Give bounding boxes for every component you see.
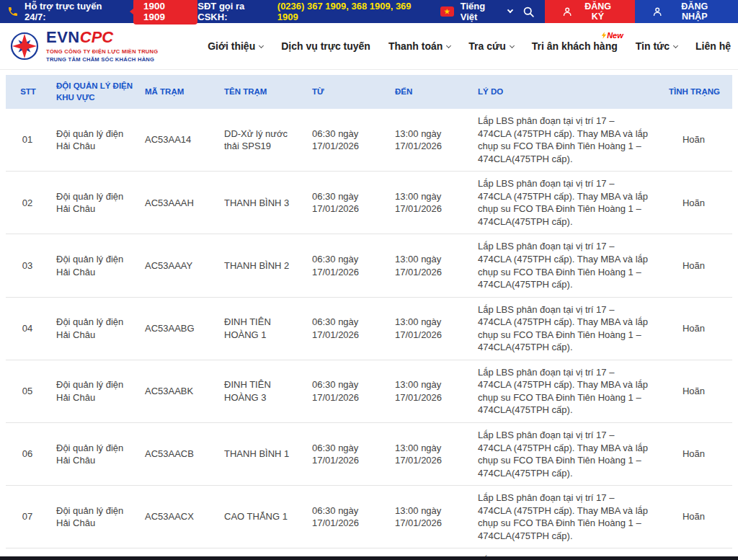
- cell-tinh_trang: Hoãn: [657, 297, 732, 360]
- chevron-down-icon: [446, 43, 451, 48]
- cell-tinh_trang: Hoãn: [657, 486, 732, 548]
- cell-ten_tram: ĐINH TIÊN HOÀNG 3: [218, 360, 306, 422]
- cell-ten_tram: THANH BÌNH 2: [218, 234, 306, 297]
- cell-tu: 06:30 ngày 17/01/2026: [306, 422, 389, 485]
- brand-tagline-1: TỔNG CÔNG TY ĐIỆN LỰC MIỀN TRUNG: [46, 48, 159, 55]
- register-button[interactable]: ĐĂNG KÝ: [545, 0, 636, 23]
- cell-tinh_trang: Hoãn: [657, 422, 732, 485]
- logo-evn: EVN: [46, 30, 80, 45]
- cell-ten_tram: THANH BÌNH 1: [218, 422, 306, 485]
- topbar-support: Hỗ trợ trực tuyến 24/7: 1900 1909: [0, 0, 197, 23]
- language-selector[interactable]: Tiếng Việt: [461, 0, 512, 23]
- cskh-phone-numbers: SĐT gọi ra CSKH: (0236) 367 1909, 368 19…: [197, 0, 428, 23]
- cskh-label: SĐT gọi ra CSKH:: [197, 1, 274, 22]
- cell-ten_tram: ĐINH TIÊN HOÀNG 1: [218, 297, 306, 360]
- cell-den: 13:00 ngày 17/01/2026: [389, 172, 472, 234]
- evn-logo-icon: [10, 32, 39, 61]
- cell-ma_tram: AC53AAAY: [139, 234, 218, 297]
- cell-stt: 05: [6, 360, 50, 422]
- cell-tu: 06:30 ngày 17/01/2026: [306, 297, 389, 360]
- chevron-down-icon: [507, 7, 512, 13]
- cell-den: 13:00 ngày 17/01/2026: [389, 486, 472, 548]
- table-row: 02Đội quản lý điện Hải ChâuAC53AAAHTHANH…: [6, 172, 732, 234]
- nav-lien-he[interactable]: Liên hệ: [695, 40, 731, 52]
- new-lightning-icon: [601, 32, 607, 39]
- nav-label: Giới thiệu: [208, 40, 255, 52]
- language-label: Tiếng Việt: [461, 1, 503, 22]
- table-row: 06Đội quản lý điện Hải ChâuAC53AACBTHANH…: [6, 422, 732, 485]
- cell-tinh_trang: Hoãn: [657, 109, 732, 172]
- cell-doi: Đội quản lý điện Hải Châu: [50, 422, 139, 485]
- cell-tu: 06:30 ngày 17/01/2026: [306, 172, 389, 234]
- cskh-numbers: (0236) 367 1909, 368 1909, 369 1909: [277, 1, 429, 22]
- cell-ma_tram: AC53AABG: [139, 297, 218, 360]
- table-header-row: STT ĐỘI QUẢN LÝ ĐIỆN KHU VỰC MÃ TRẠM TÊN…: [6, 75, 732, 109]
- cell-stt: 01: [6, 109, 50, 172]
- cell-doi: Đội quản lý điện Hải Châu: [50, 109, 139, 172]
- col-ten-tram: TÊN TRẠM: [218, 75, 306, 109]
- chevron-down-icon: [510, 43, 515, 48]
- search-icon[interactable]: [523, 0, 535, 23]
- table-row: 03Đội quản lý điện Hải ChâuAC53AAAYTHANH…: [6, 234, 732, 297]
- cell-tinh_trang: Hoãn: [657, 234, 732, 297]
- brand-text: EVN CPC TỔNG CÔNG TY ĐIỆN LỰC MIỀN TRUNG…: [46, 30, 159, 63]
- cell-ten_tram: DD-Xử lý nước thải SPS19: [218, 109, 306, 172]
- support-label: Hỗ trợ trực tuyến 24/7:: [25, 1, 122, 22]
- nav-gioi-thieu[interactable]: Giới thiệu: [208, 40, 263, 52]
- cell-tinh_trang: Hoãn: [657, 172, 732, 234]
- nav-tin-tuc[interactable]: Tin tức: [636, 40, 677, 52]
- cell-ten_tram: THANH BÌNH 3: [218, 172, 306, 234]
- bottom-bar: [0, 556, 738, 560]
- nav-tri-an-khach-hang[interactable]: Tri ân khách hàng New: [532, 40, 618, 52]
- cell-tu: 06:30 ngày 17/01/2026: [306, 486, 389, 548]
- user-icon: [562, 6, 572, 17]
- login-button[interactable]: ĐĂNG NHẬP: [635, 0, 738, 23]
- cell-tinh_trang: Hoãn: [657, 360, 732, 422]
- topbar: Hỗ trợ trực tuyến 24/7: 1900 1909 SĐT gọ…: [0, 0, 738, 23]
- nav-label: Tri ân khách hàng: [532, 40, 618, 52]
- nav-dich-vu-truc-tuyen[interactable]: Dịch vụ trực tuyến: [281, 40, 370, 52]
- nav-label: Tra cứu: [468, 40, 505, 52]
- cell-ma_tram: AC53AACX: [139, 486, 218, 548]
- col-ly-do: LÝ DO: [472, 75, 657, 109]
- outage-table: STT ĐỘI QUẢN LÝ ĐIỆN KHU VỰC MÃ TRẠM TÊN…: [6, 75, 732, 560]
- hotline-badge[interactable]: 1900 1909: [133, 0, 197, 25]
- login-label: ĐĂNG NHẬP: [669, 1, 721, 22]
- outage-table-body: 01Đội quản lý điện Hải ChâuAC53AA14DD-Xử…: [6, 109, 732, 560]
- cell-ly_do: Lắp LBS phân đoạn tại vị trí 17 – 474CLA…: [472, 360, 657, 422]
- cell-tu: 06:30 ngày 17/01/2026: [306, 360, 389, 422]
- cell-den: 13:00 ngày 17/01/2026: [389, 297, 472, 360]
- col-tinh-trang: TÌNH TRẠNG: [657, 75, 732, 109]
- cell-den: 13:00 ngày 17/01/2026: [389, 360, 472, 422]
- nav-tra-cuu[interactable]: Tra cứu: [468, 40, 513, 52]
- user-icon: [652, 6, 662, 17]
- new-badge: New: [601, 31, 623, 40]
- cell-stt: 03: [6, 234, 50, 297]
- col-stt: STT: [6, 75, 50, 109]
- logo-cpc: CPC: [80, 30, 113, 45]
- chevron-down-icon: [673, 43, 678, 48]
- cell-tu: 06:30 ngày 17/01/2026: [306, 234, 389, 297]
- nav-label: Liên hệ: [695, 40, 731, 52]
- outage-table-wrap: STT ĐỘI QUẢN LÝ ĐIỆN KHU VỰC MÃ TRẠM TÊN…: [6, 75, 732, 560]
- cell-tu: 06:30 ngày 17/01/2026: [306, 109, 389, 172]
- cell-doi: Đội quản lý điện Hải Châu: [50, 172, 139, 234]
- col-doi-quan-ly: ĐỘI QUẢN LÝ ĐIỆN KHU VỰC: [50, 75, 139, 109]
- cell-ly_do: Lắp LBS phân đoạn tại vị trí 17 – 474CLA…: [472, 486, 657, 548]
- nav-thanh-toan[interactable]: Thanh toán: [388, 40, 450, 52]
- cell-den: 13:00 ngày 17/01/2026: [389, 109, 472, 172]
- main-nav: Giới thiệu Dịch vụ trực tuyến Thanh toán…: [208, 40, 731, 52]
- topbar-actions: SĐT gọi ra CSKH: (0236) 367 1909, 368 19…: [197, 0, 738, 23]
- cell-ly_do: Lắp LBS phân đoạn tại vị trí 17 – 474CLA…: [472, 297, 657, 360]
- table-row: 05Đội quản lý điện Hải ChâuAC53AABKĐINH …: [6, 360, 732, 422]
- table-row: 07Đội quản lý điện Hải ChâuAC53AACXCAO T…: [6, 486, 732, 548]
- cell-doi: Đội quản lý điện Hải Châu: [50, 297, 139, 360]
- nav-label: Dịch vụ trực tuyến: [281, 40, 370, 52]
- nav-label: Thanh toán: [388, 40, 443, 52]
- cell-stt: 02: [6, 172, 50, 234]
- cell-ly_do: Lắp LBS phân đoạn tại vị trí 17 – 474CLA…: [472, 422, 657, 485]
- chevron-down-icon: [259, 43, 264, 48]
- register-label: ĐĂNG KÝ: [578, 1, 618, 22]
- cell-doi: Đội quản lý điện Hải Châu: [50, 486, 139, 548]
- evncpc-logo[interactable]: EVN CPC TỔNG CÔNG TY ĐIỆN LỰC MIỀN TRUNG…: [10, 30, 159, 63]
